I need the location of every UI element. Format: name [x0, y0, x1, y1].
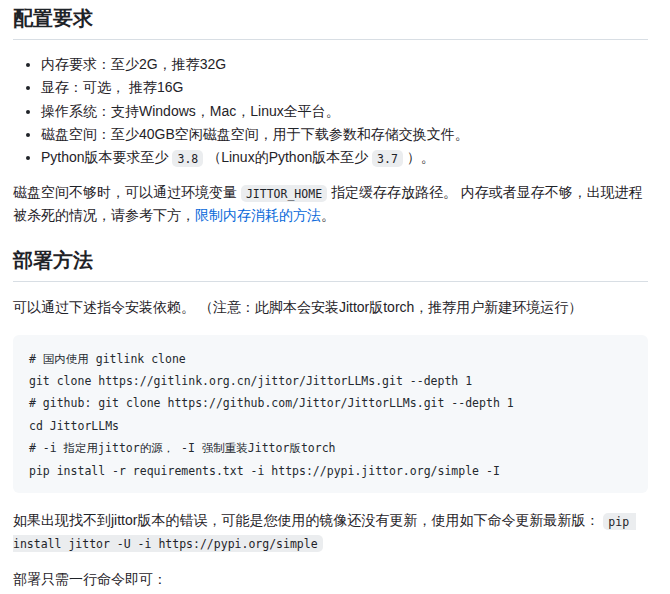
- python-version-text-end: ）。: [407, 149, 435, 165]
- inline-code-python-min-version: 3.8: [172, 150, 203, 167]
- jittor-update-paragraph: 如果出现找不到jittor版本的错误，可能是您使用的镜像还没有更新，使用如下命令…: [13, 509, 648, 554]
- disk-note-text-1: 磁盘空间不够时，可以通过环境变量: [13, 184, 237, 200]
- memory-limit-method-link[interactable]: 限制内存消耗的方法: [195, 207, 321, 223]
- list-item-disk: 磁盘空间：至少40GB空闲磁盘空间，用于下载参数和存储交换文件。: [41, 124, 648, 144]
- disk-note-text-3: 。: [321, 207, 335, 223]
- inline-code-linux-python-version: 3.7: [372, 150, 403, 167]
- disk-space-note-paragraph: 磁盘空间不够时，可以通过环境变量 JITTOR_HOME 指定缓存存放路径。 内…: [13, 181, 648, 226]
- python-version-linux-text: （Linux的Python版本至少: [207, 149, 368, 165]
- python-version-text: Python版本要求至少: [41, 149, 169, 165]
- section-heading-deployment: 部署方法: [13, 248, 648, 282]
- one-line-command-paragraph: 部署只需一行命令即可：: [13, 568, 648, 590]
- install-code-block: # 国内使用 gitlink clone git clone https://g…: [13, 335, 648, 493]
- inline-code-jittor-home-env: JITTOR_HOME: [241, 185, 327, 202]
- requirements-list: 内存要求：至少2G，推荐32G 显存：可选， 推荐16G 操作系统：支持Wind…: [13, 54, 648, 167]
- list-item-python: Python版本要求至少 3.8 （Linux的Python版本至少 3.7 ）…: [41, 147, 648, 167]
- section-heading-requirements: 配置要求: [13, 6, 648, 40]
- update-note-text: 如果出现找不到jittor版本的错误，可能是您使用的镜像还没有更新，使用如下命令…: [13, 512, 599, 528]
- list-item-os: 操作系统：支持Windows，Mac，Linux全平台。: [41, 101, 648, 121]
- list-item-vram: 显存：可选， 推荐16G: [41, 77, 648, 97]
- readme-content: 配置要求 内存要求：至少2G，推荐32G 显存：可选， 推荐16G 操作系统：支…: [0, 0, 670, 594]
- install-code-text: # 国内使用 gitlink clone git clone https://g…: [29, 352, 514, 478]
- deployment-intro-paragraph: 可以通过下述指令安装依赖。 （注意：此脚本会安装Jittor版torch，推荐用…: [13, 296, 648, 318]
- list-item-memory: 内存要求：至少2G，推荐32G: [41, 54, 648, 74]
